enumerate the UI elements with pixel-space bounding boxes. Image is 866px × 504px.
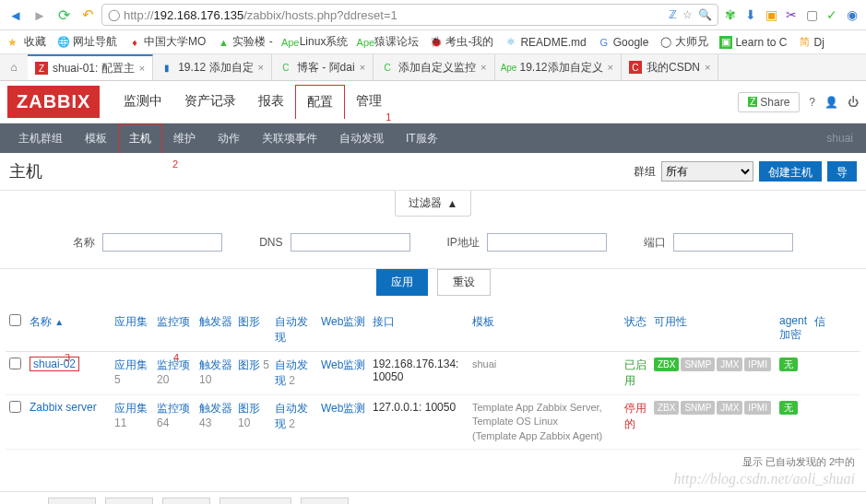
sm-templates[interactable]: 模板 [74,123,118,154]
close-icon[interactable]: × [258,62,264,73]
sm-maintenance[interactable]: 维护 [162,123,207,154]
web-link[interactable]: Web监测 [319,357,371,373]
bm-nav[interactable]: 🌐网址导航 [57,34,117,50]
app-link[interactable]: 应用集 [114,402,148,415]
zabbix-logo[interactable]: ZABBIX [7,86,100,118]
filter-name-input[interactable] [102,233,222,252]
bm-github[interactable]: ◯大师兄 [659,34,708,50]
bulk-delete[interactable]: 删除 [301,498,349,504]
graph-link[interactable]: 图形 [238,402,260,415]
help-icon[interactable]: ? [809,96,815,109]
download-icon[interactable]: ⬇ [742,6,759,23]
tab-2[interactable]: C博客 - 阿dai× [272,54,374,80]
menu-configuration[interactable]: 配置 [295,85,345,119]
flask-icon: ▲ [217,36,230,49]
menu-reports[interactable]: 报表 [247,85,295,119]
web-link[interactable]: Web监测 [319,401,371,416]
item-link[interactable]: 监控项 [157,402,190,415]
bm-lab[interactable]: ▲实验楼 - [217,34,272,50]
col-name[interactable]: 名称 ▲ [28,314,113,330]
tab-4[interactable]: Ape19.12添加自定义× [495,54,622,80]
col-trig: 触发器 [197,314,236,330]
filter-toggle[interactable]: 过滤器▲ [395,191,472,217]
filter-port-input[interactable] [673,233,793,252]
sm-actions[interactable]: 动作 [207,123,251,154]
panel-icon[interactable]: ▢ [803,6,820,23]
apply-button[interactable]: 应用 [376,269,428,296]
share-button[interactable]: ZShare [738,92,800,112]
row-checkbox[interactable] [9,401,21,413]
filter-dns-input[interactable] [291,233,410,252]
bm-mooc[interactable]: ♦中国大学MO [128,34,206,50]
host-link[interactable]: shuai-02 [30,357,79,371]
tab-5[interactable]: C我的CSDN× [622,54,718,80]
csdn-icon[interactable]: ℤ [669,8,677,21]
close-icon[interactable]: × [608,62,613,73]
reset-button[interactable]: 重设 [437,269,491,296]
plus-icon[interactable]: ✾ [722,6,739,23]
menu-monitoring[interactable]: 监测中 [113,85,173,119]
app-link[interactable]: 应用集 [114,358,148,371]
sm-hostgroups[interactable]: 主机群组 [7,123,74,154]
user-icon[interactable]: 👤 [824,96,838,109]
col-avail: 可用性 [652,314,777,330]
bm-linux[interactable]: ApeLinux系统 [284,34,349,50]
sm-discovery[interactable]: 自动发现 [328,123,395,154]
search-icon[interactable]: 🔍 [698,8,712,21]
url-bar[interactable]: ◯ http://192.168.176.135/zabbix/hosts.ph… [101,4,718,26]
sm-hosts[interactable]: 主机2 [118,123,162,153]
forward-button[interactable]: ► [30,5,50,25]
sm-correlation[interactable]: 关联项事件 [251,123,328,154]
trig-link[interactable]: 触发器 [199,402,232,415]
sub-menu: 主机群组 模板 主机2 维护 动作 关联项事件 自动发现 IT服务 shuai [0,123,866,153]
filter-ip-input[interactable] [487,233,607,252]
menu-inventory[interactable]: 资产记录 [173,85,247,119]
host-link[interactable]: Zabbix server [28,401,113,414]
recovery-button[interactable]: ↶ [77,5,98,25]
tab-3[interactable]: C添加自定义监控× [374,54,494,80]
scissors-icon[interactable]: ✂ [783,6,800,23]
status-toggle[interactable]: 已启用 [623,357,652,389]
bm-learn[interactable]: ▣Learn to C [719,36,787,49]
shelf-icon[interactable]: ▣ [763,6,779,23]
tmpl-link[interactable]: shuai [470,357,623,371]
ext1-icon[interactable]: ✓ [824,6,840,23]
create-host-button[interactable]: 创建主机 [759,161,822,182]
bulk-update[interactable]: 批量更新 [219,498,291,504]
bm-readme[interactable]: ⚛README.md [504,36,586,49]
bm-dj[interactable]: 简Dj [798,36,824,49]
close-icon[interactable]: × [480,62,486,73]
reload-button[interactable]: ⟳ [53,5,74,25]
logout-icon[interactable]: ⏻ [848,96,859,109]
bm-google[interactable]: GGoogle [598,36,649,49]
bookmarks-fav[interactable]: ★收藏 [7,34,46,50]
c-icon: ♦ [128,36,141,49]
import-button[interactable]: 导 [827,161,857,182]
sm-services[interactable]: IT服务 [395,123,449,154]
tab-1[interactable]: ▮19.12 添加自定× [153,54,272,80]
close-icon[interactable]: × [705,62,710,73]
home-tab[interactable]: ⌂ [0,54,28,80]
github-icon: ◯ [659,36,672,49]
select-all-checkbox[interactable] [9,314,21,326]
bulk-enable[interactable]: 启用 [48,498,96,504]
col-agent: agent 加密 [777,314,813,343]
bulk-disable[interactable]: 禁用 [105,498,153,504]
bm-forum[interactable]: Ape猿课论坛 [359,34,419,50]
row-checkbox[interactable] [9,357,21,369]
menu-admin[interactable]: 管理1 [345,85,393,119]
ext2-icon[interactable]: ◉ [844,6,860,23]
back-button[interactable]: ◄ [6,5,26,25]
tab-0[interactable]: Zshuai-01: 配置主× [28,54,153,80]
close-icon[interactable]: × [139,63,145,74]
group-select[interactable]: 所有 [661,161,753,182]
trig-link[interactable]: 触发器 [199,358,232,371]
star-icon[interactable]: ☆ [682,8,693,21]
status-toggle[interactable]: 停用的 [623,401,652,432]
close-icon[interactable]: × [360,62,365,73]
tmpl-link[interactable]: Template App Zabbix Server, Template OS … [470,401,623,443]
bulk-export[interactable]: 导出 [162,498,210,504]
col-status[interactable]: 状态 [623,314,652,330]
graph-link[interactable]: 图形 [238,358,260,371]
bm-kch[interactable]: 🐞考虫-我的 [430,34,493,50]
